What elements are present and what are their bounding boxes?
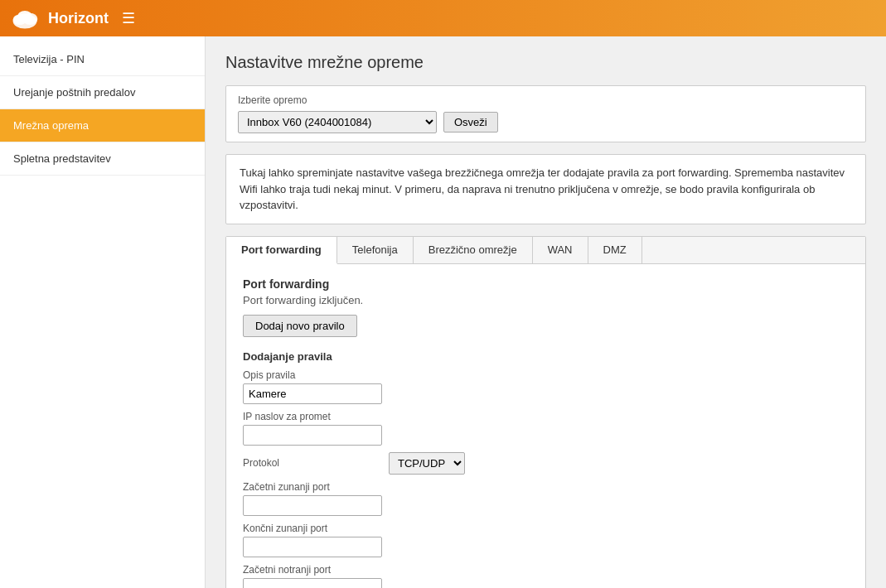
input-zz-port[interactable] (243, 495, 382, 516)
cloud-logo (10, 3, 40, 33)
label-opis: Opis pravila (243, 369, 849, 381)
tab-dmz[interactable]: DMZ (588, 237, 642, 263)
label-zz-port: Začetni zunanji port (243, 481, 849, 493)
info-text: Tukaj lahko spreminjate nastavitve vašeg… (240, 166, 845, 211)
input-zn-port[interactable] (243, 578, 382, 589)
layout: Televizija - PIN Urejanje poštnih predal… (0, 36, 886, 588)
device-box-row: Innbox V60 (2404001084) Osveži (238, 111, 854, 133)
label-ip: IP naslov za promet (243, 411, 849, 422)
form-section-title: Dodajanje pravila (243, 350, 849, 363)
svg-point-3 (17, 11, 32, 22)
device-select[interactable]: Innbox V60 (2404001084) (238, 111, 437, 133)
label-zn-port: Začetni notranji port (243, 564, 849, 576)
tab-telefonija[interactable]: Telefonija (337, 237, 414, 263)
tab-content-port-forwarding: Port forwarding Port forwarding izključe… (226, 264, 865, 589)
tab-brezicno[interactable]: Brezžično omrežje (414, 237, 533, 263)
page-title: Nastavitve mrežne opreme (225, 53, 866, 72)
pf-status: Port forwarding izključen. (243, 294, 849, 306)
info-box: Tukaj lahko spreminjate nastavitve vašeg… (225, 154, 866, 224)
header-title: Horizont (48, 10, 109, 27)
label-kz-port: Končni zunanji port (243, 523, 849, 534)
pf-section-title: Port forwarding (243, 277, 849, 291)
tabs-header: Port forwarding Telefonija Brezžično omr… (226, 237, 865, 264)
form-group-kz-port: Končni zunanji port (243, 523, 849, 557)
form-group-opis: Opis pravila (243, 369, 849, 404)
device-box-label: Izberite opremo (238, 94, 854, 106)
input-opis[interactable] (243, 383, 382, 404)
protocol-label: Protokol (243, 457, 375, 469)
sidebar-item-spletna[interactable]: Spletna predstavitev (0, 142, 205, 176)
tab-wan[interactable]: WAN (533, 237, 588, 263)
sidebar-item-urejanje[interactable]: Urejanje poštnih predalov (0, 76, 205, 109)
main-content: Nastavitve mrežne opreme Izberite opremo… (206, 36, 886, 588)
protocol-select[interactable]: TCP/UDP TCP UDP (389, 452, 465, 475)
form-group-ip: IP naslov za promet (243, 411, 849, 446)
form-group-zn-port: Začetni notranji port (243, 564, 849, 589)
tabs-container: Port forwarding Telefonija Brezžično omr… (225, 236, 866, 589)
add-rule-button[interactable]: Dodaj novo pravilo (243, 315, 357, 337)
sidebar-item-mrezna[interactable]: Mrežna oprema (0, 109, 205, 142)
refresh-button[interactable]: Osveži (443, 112, 498, 133)
sidebar-item-televizija[interactable]: Televizija - PIN (0, 43, 205, 76)
sidebar: Televizija - PIN Urejanje poštnih predal… (0, 36, 206, 588)
form-group-zz-port: Začetni zunanji port (243, 481, 849, 516)
input-ip[interactable] (243, 425, 382, 446)
tab-port-forwarding[interactable]: Port forwarding (226, 237, 337, 264)
menu-icon[interactable]: ☰ (122, 9, 135, 27)
header: Horizont ☰ (0, 0, 886, 36)
device-box: Izberite opremo Innbox V60 (2404001084) … (225, 85, 866, 142)
protocol-row: Protokol TCP/UDP TCP UDP (243, 452, 849, 475)
input-kz-port[interactable] (243, 537, 382, 557)
